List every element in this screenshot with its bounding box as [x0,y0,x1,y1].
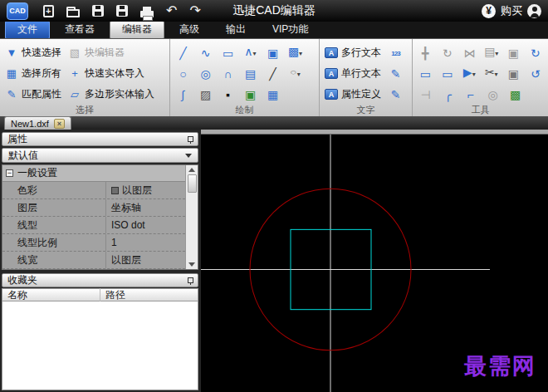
trim-scissors-icon[interactable]: ✂▾ [481,65,503,82]
polyline-tool-icon[interactable]: ∧▾ [239,44,262,61]
drawing-canvas[interactable]: 最需网 [201,130,548,392]
tab-close-icon[interactable]: × [54,119,65,129]
property-value[interactable]: 坐标轴 [106,199,185,216]
favorites-column-headers: 名称 路径 [2,288,198,301]
menu-item-查看器[interactable]: 查看器 [53,22,106,38]
ribbon-group-label: 绘制 [170,104,319,116]
save-as-pdf-icon[interactable] [116,5,128,17]
menu-item-输出[interactable]: 输出 [214,22,257,38]
export-block-icon[interactable]: ▩ [504,87,526,102]
property-value[interactable]: 1 [106,234,185,251]
group-circles-icon[interactable]: ◎ [482,87,504,102]
property-row-线型[interactable]: 线型ISO dot [2,217,185,234]
text-edit-icon[interactable]: ✎ [384,66,407,81]
rotate-copy-icon[interactable]: ↻ [525,46,547,61]
favorites-path-column[interactable]: 路径 [100,288,125,302]
brush-icon: ✎ [5,88,18,101]
block-tool-icon[interactable]: ▩▾ [284,44,306,61]
singleline-text-button[interactable]: A单行文本 [321,63,384,84]
multiline-text-button-label: 多行文本 [341,46,381,60]
rotate-tool-icon[interactable]: ↻ [437,46,459,61]
multiline-text-button[interactable]: A多行文本 [321,42,384,63]
menu-item-VIP功能[interactable]: VIP功能 [261,22,320,38]
menu-item-编辑器[interactable]: 编辑器 [110,21,164,39]
property-grid-scrollbar[interactable] [185,165,198,269]
polygon-entity-input-button[interactable]: ▱多边形实体输入 [65,84,158,105]
scroll-up-icon[interactable] [188,168,195,172]
quick-entity-import-button[interactable]: +快速实体导入 [65,63,158,84]
property-row-色彩[interactable]: 色彩以图层 [2,182,185,199]
copy-stack-icon[interactable]: ▣ [502,66,525,81]
undo-view-icon[interactable]: ↺ [525,66,547,81]
array-tool-icon[interactable]: ▤▾ [481,44,503,61]
pin-icon[interactable] [187,136,193,143]
tab-label: New1.dxf [11,119,49,129]
fillet-tool-icon[interactable]: ╭ [437,87,459,102]
table-insert-icon[interactable]: ▦ [262,87,284,102]
point-tool-icon[interactable]: ▪ [217,87,239,102]
arc-tool-icon[interactable]: ∩ [217,66,239,81]
attribute-define-icon: A [325,89,338,100]
titlebar-right: ¥ 购买 [482,3,541,18]
offset-tool-icon[interactable]: ⊣ [414,87,437,102]
text-numbering-icon[interactable]: 123 [384,44,407,61]
menu-item-高级[interactable]: 高级 [168,22,211,38]
line-tool-icon[interactable]: ╱ [172,46,194,61]
undo-icon[interactable]: ↶ [166,3,177,18]
quick-select-button[interactable]: ▼快速选择 [2,42,65,63]
quick-entity-import-button-label: 快速实体导入 [85,66,144,81]
singleline-text-icon: A [325,68,338,79]
open-file-icon[interactable] [66,9,80,17]
new-rect2-icon[interactable]: ▭ [437,66,459,81]
pen-tool-icon[interactable]: ╱ [262,66,284,81]
match-properties-button[interactable]: ✎匹配属性 [2,84,65,105]
preset-dropdown[interactable]: 默认值 [2,148,198,163]
mirror-tool-icon[interactable]: ⋈ [458,46,481,61]
account-icon[interactable] [527,4,541,18]
hatch-tool-icon[interactable]: ▨ [194,87,217,102]
favorites-list[interactable] [2,301,198,390]
revcloud-tool-icon[interactable]: ▤ [239,66,262,81]
circle-tool-icon[interactable]: ○ [172,66,194,81]
ribbon-group-label: 文字 [320,104,412,116]
freehand-spline-icon[interactable]: ∫ [172,87,194,102]
chamfer-tool-icon[interactable]: ⌐ [459,87,482,102]
attribute-edit-icon[interactable]: ✎ [384,87,407,102]
buy-button[interactable]: 购买 [501,3,522,18]
ellipse-tool-icon[interactable]: ○▾ [284,65,306,82]
new-file-icon[interactable] [43,5,54,17]
property-row-线宽[interactable]: 线宽以图层 [2,252,185,269]
property-label: 线型 [2,217,106,233]
donut-tool-icon[interactable]: ◎ [194,66,217,81]
print-icon[interactable] [140,11,154,17]
wblock-tool-icon[interactable]: ▣ [262,46,284,61]
menu-item-文件[interactable]: 文件 [5,21,50,39]
attribute-define-button[interactable]: A属性定义 [321,84,384,105]
new-rect-icon[interactable]: ▭ [414,66,437,81]
scroll-down-icon[interactable] [188,262,195,267]
document-tab[interactable]: New1.dxf × [4,116,71,130]
property-row-线型比例[interactable]: 线型比例1 [2,234,185,252]
pin-icon[interactable] [187,277,193,284]
copy-tool-icon[interactable]: ▣ [502,46,525,61]
block-editor-button[interactable]: ▧块编辑器 [65,42,158,63]
save-icon[interactable] [92,5,104,17]
yen-coin-icon[interactable]: ¥ [482,4,496,18]
chevron-down-icon [185,154,192,158]
spline-tool-icon[interactable]: ∿ [194,46,217,61]
scrollbar-thumb[interactable] [188,174,197,193]
collapse-icon[interactable]: − [6,169,13,177]
move-tool-icon[interactable]: ╋ [414,46,437,61]
favorites-name-column[interactable]: 名称 [2,288,100,302]
property-row-图层[interactable]: 图层坐标轴 [2,199,185,217]
property-value[interactable]: ISO dot [106,217,185,233]
select-all-button[interactable]: ▦选择所有 [2,63,65,84]
property-section-header[interactable]: −一般设置 [2,165,185,182]
image-insert-icon[interactable]: ▣ [239,87,262,102]
touch-select-icon[interactable]: ▶▾ [458,65,481,82]
app-logo-icon[interactable]: CAD [7,2,28,20]
redo-icon[interactable]: ↷ [189,3,200,18]
property-value[interactable]: 以图层 [106,182,185,198]
rectangle-tool-icon[interactable]: ▭ [217,46,239,61]
property-value[interactable]: 以图层 [106,252,185,268]
